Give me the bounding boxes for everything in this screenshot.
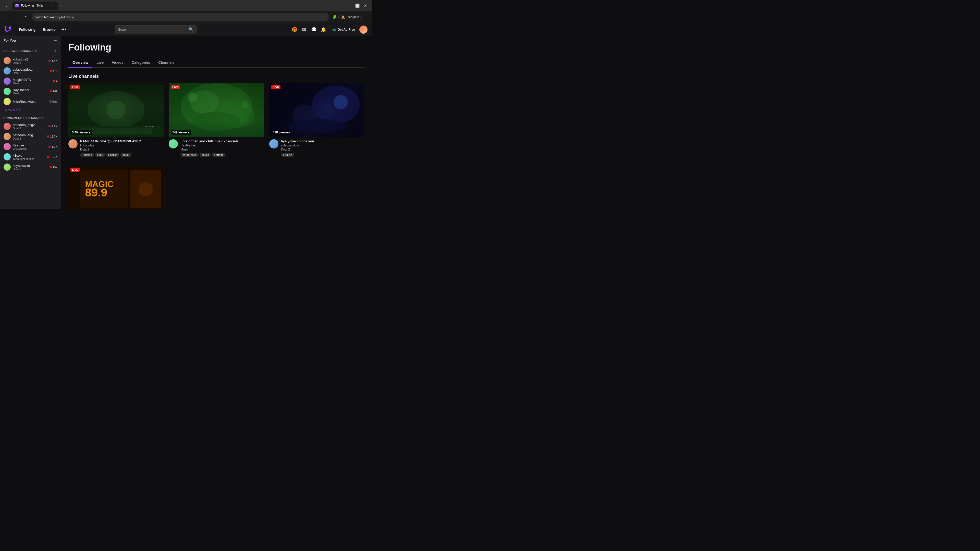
tab-channels[interactable]: Channels xyxy=(154,58,178,68)
tab-categories[interactable]: Categories xyxy=(127,58,154,68)
viewers-solapsapdota: 418 xyxy=(50,69,57,73)
browser-chrome: ‹ Following - Twitch ✕ + ─ ⬜ ✕ ← → ↻ twi… xyxy=(0,0,372,23)
channel-item-mikarose[interactable]: MikaRoseMusic Offline xyxy=(1,97,60,106)
viewers-betboomeng2: 2.2K xyxy=(48,125,57,128)
stream-channel-rayrachel: RayRachel xyxy=(180,144,264,147)
stream-info-kukudota2: RANK 44 IN SEA :))) #11kMMRPLAYER... kuk… xyxy=(68,137,164,159)
channel-item-kyedae[interactable]: Kyedae VALORANT 8.7K xyxy=(1,141,60,152)
user-avatar[interactable] xyxy=(360,25,368,34)
live-badge-kukudota2: LIVE xyxy=(70,85,80,89)
bell-icon-button[interactable]: 🔔 xyxy=(319,25,328,34)
viewers-rayrachel: 749 xyxy=(50,90,57,93)
stream-details-solapsapdota: bye yowe i block you solapsapdota Dota 2… xyxy=(281,139,364,157)
active-tab[interactable]: Following - Twitch ✕ xyxy=(12,2,58,10)
close-button[interactable]: ✕ xyxy=(362,2,369,9)
channel-item-betboomeng[interactable]: betboom_eng Dota 2 13.7K xyxy=(1,131,60,141)
new-tab-button[interactable]: + xyxy=(58,3,65,10)
channel-item-betboomeng2[interactable]: betboom_eng2 Dota 2 2.2K xyxy=(1,121,60,131)
address-bar[interactable]: twitch.tv/directory/following ☆ xyxy=(32,13,329,21)
bookmark-icon[interactable]: ☆ xyxy=(320,14,326,20)
incognito-button[interactable]: 🕵 Incognito xyxy=(339,14,362,20)
channel-name-magic899tv: Magic899TV xyxy=(13,78,51,82)
nav-more-button[interactable]: ••• xyxy=(60,25,68,34)
twitch-logo[interactable] xyxy=(4,26,12,33)
nav-following[interactable]: Following xyxy=(16,26,38,33)
for-you-label: For You xyxy=(3,38,16,42)
minimize-button[interactable]: ─ xyxy=(345,2,353,9)
incognito-label: Incognito xyxy=(347,15,359,19)
mail-icon-button[interactable]: ✉ xyxy=(300,25,309,34)
refresh-button[interactable]: ↻ xyxy=(22,13,30,21)
channel-info-mikarose: MikaRoseMusic xyxy=(13,100,47,103)
stream-avatar-kukudota2 xyxy=(68,139,78,148)
live-channels-title: Live channels xyxy=(68,74,364,79)
avatar-magic899tv xyxy=(3,78,11,85)
live-dot-solapsapdota xyxy=(50,70,52,72)
chat-icon-button[interactable]: 💬 xyxy=(310,25,318,34)
forward-button[interactable]: → xyxy=(12,13,20,21)
tag-english-solo: English xyxy=(281,153,294,157)
followed-channels-title: FOLLOWED CHANNELS xyxy=(3,49,37,52)
search-input[interactable] xyxy=(118,26,187,33)
for-you-item[interactable]: For You ↩ xyxy=(1,36,60,45)
avatar-kyedae xyxy=(3,143,11,150)
stream-card-magic899tv[interactable]: MAGIC 89.9 ●LIVE LIVE xyxy=(68,165,164,209)
tab-videos[interactable]: Videos xyxy=(108,58,127,68)
offline-mikarose: Offline xyxy=(49,100,57,103)
live-badge-solapsapdota: LIVE xyxy=(271,85,280,89)
dota-visual: RIVALRY xyxy=(68,83,164,137)
stream-details-kukudota2: RANK 44 IN SEA :))) #11kMMRPLAYER... kuk… xyxy=(80,139,164,157)
browser-right-icons: 🧩 🕵 Incognito ⋮ xyxy=(331,14,369,20)
viewers-kukudota2: 3.4K xyxy=(48,59,57,62)
show-more-button[interactable]: Show More xyxy=(1,106,60,114)
tag-dota2: dota2 xyxy=(121,153,132,157)
tab-prev-button[interactable]: ‹ xyxy=(3,2,10,9)
address-icons: ☆ xyxy=(320,14,326,20)
stream-card-rayrachel[interactable]: LIVE 749 viewers Lots of fish and chill … xyxy=(169,83,264,159)
for-you-icon: ↩ xyxy=(54,38,57,43)
stream-tags-solapsapdota: English xyxy=(281,153,364,157)
tab-close-button[interactable]: ✕ xyxy=(50,3,54,8)
address-bar-row: ← → ↻ twitch.tv/directory/following ☆ 🧩 … xyxy=(0,11,372,23)
viewers-magic899tv: 4 xyxy=(53,79,57,83)
menu-icon[interactable]: ⋮ xyxy=(363,14,369,20)
avatar-solapsapdota xyxy=(3,67,11,75)
fish-visual xyxy=(169,83,264,137)
tab-live[interactable]: Live xyxy=(92,58,108,68)
channel-name-rayrachel: RayRachel xyxy=(13,88,48,92)
stream-avatar-solapsapdota xyxy=(269,139,278,148)
channel-item-k3soju[interactable]: k3soju Teamfight Tactics 15.3K xyxy=(1,152,60,162)
gift-icon-button[interactable]: 🎁 xyxy=(290,25,299,34)
get-ad-free-button[interactable]: 📺 Get Ad-Free xyxy=(329,26,358,33)
page-tabs: Overview Live Videos Categories Channels xyxy=(68,58,364,68)
svg-point-12 xyxy=(192,112,240,131)
channel-name-k3soju: k3soju xyxy=(13,154,45,157)
recommended-channels-title: RECOMMENDED CHANNELS xyxy=(3,117,45,120)
channel-item-kukudota2[interactable]: kukudota2 Dota 2 3.4K xyxy=(1,56,60,66)
maximize-button[interactable]: ⬜ xyxy=(354,2,361,9)
back-button[interactable]: ← xyxy=(3,13,10,21)
twitch-app: Following Browse ••• 🔍 🎁 ✉ 💬 🔔 📺 Get Ad-… xyxy=(0,23,372,209)
search-submit-button[interactable]: 🔍 xyxy=(187,25,195,34)
avatar-mikarose xyxy=(3,98,11,105)
channel-item-solapsapdota[interactable]: solapsapdota Dota 2 418 xyxy=(1,66,60,76)
channel-item-magic899tv[interactable]: Magic899TV Music 4 xyxy=(1,76,60,86)
viewers-betboomeng: 13.7K xyxy=(47,135,57,138)
nav-browse[interactable]: Browse xyxy=(40,26,59,33)
stream-card-solapsapdota[interactable]: LIVE 418 viewers bye yowe i block you so… xyxy=(269,83,364,159)
channel-item-kuyanicwxc[interactable]: kuyanicwxc Dota 2 457 xyxy=(1,162,60,172)
main-layout: For You ↩ FOLLOWED CHANNELS ↕ kukudota2 … xyxy=(0,36,372,209)
channel-info-betboomeng: betboom_eng Dota 2 xyxy=(13,133,45,140)
sort-followed-button[interactable]: ↕ xyxy=(52,48,59,54)
nav-right-icons: 🎁 ✉ 💬 🔔 📺 Get Ad-Free xyxy=(290,25,368,34)
channel-item-rayrachel[interactable]: RayRachel Music 749 xyxy=(1,86,60,97)
stream-title-solapsapdota: bye yowe i block you xyxy=(281,139,364,143)
extensions-icon[interactable]: 🧩 xyxy=(331,14,337,20)
channel-game-kuyanicwxc: Dota 2 xyxy=(13,168,48,171)
channel-name-betboomeng2: betboom_eng2 xyxy=(13,123,46,127)
tab-overview[interactable]: Overview xyxy=(68,58,92,68)
svg-point-11 xyxy=(242,101,248,108)
channel-info-betboomeng2: betboom_eng2 Dota 2 xyxy=(13,123,46,130)
stream-card-kukudota2[interactable]: RIVALRY LIVE 3.4K viewers RANK 44 IN SEA… xyxy=(68,83,164,159)
channel-game-rayrachel: Music xyxy=(13,92,48,95)
